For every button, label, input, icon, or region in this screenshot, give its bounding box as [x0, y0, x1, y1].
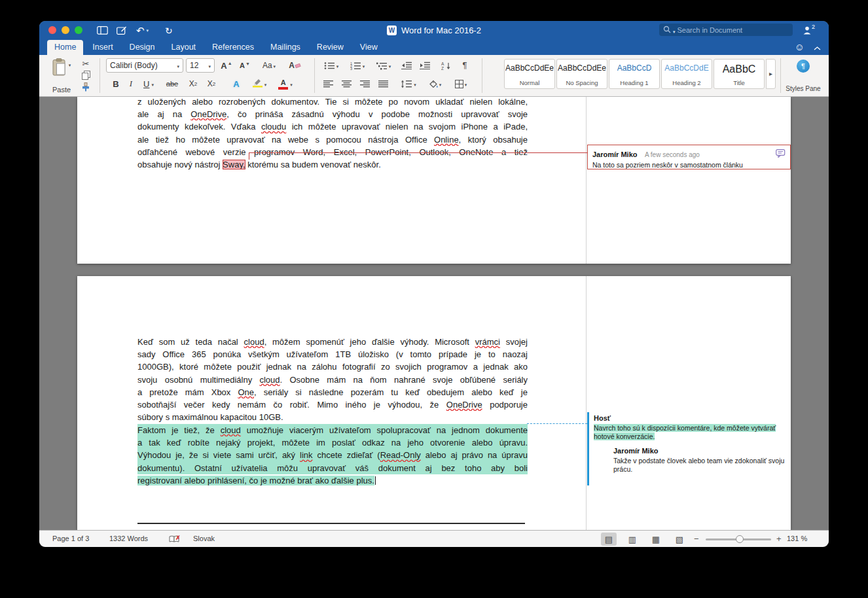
line-spacing-caret-icon[interactable]: [414, 79, 416, 88]
comment-card[interactable]: Jaromír Miko A few seconds ago Na toto s…: [587, 145, 791, 169]
grow-font-button[interactable]: A▲: [217, 58, 236, 73]
tab-design[interactable]: Design: [122, 40, 162, 55]
copy-button[interactable]: [82, 71, 90, 82]
tab-review[interactable]: Review: [310, 40, 351, 55]
comment-author[interactable]: Hosť: [594, 414, 611, 422]
zoom-slider[interactable]: [706, 538, 771, 540]
paste-menu-caret-icon[interactable]: [69, 60, 71, 69]
page2-paragraph-2-highlighted[interactable]: Faktom je tiež, že cloud umožňuje viacer…: [137, 424, 528, 487]
collaborators-indicator[interactable]: 2: [803, 26, 815, 37]
save-icon[interactable]: [117, 26, 127, 35]
zoom-slider-thumb[interactable]: [736, 535, 744, 543]
page2-paragraph-1[interactable]: Keď som už teda načal cloud, môžem spome…: [137, 336, 528, 423]
tab-mailings[interactable]: Mailings: [263, 40, 308, 55]
search-box[interactable]: [659, 24, 793, 36]
underline-button[interactable]: U: [139, 77, 158, 91]
decrease-indent-button[interactable]: [398, 58, 415, 73]
font-size-caret-icon[interactable]: [208, 61, 211, 70]
style-heading-2[interactable]: AaBbCcDdEHeading 2: [661, 59, 712, 89]
text-effects-button[interactable]: A: [228, 77, 245, 91]
line-spacing-button[interactable]: [397, 77, 420, 91]
change-case-button[interactable]: Aa: [258, 58, 280, 73]
align-left-button[interactable]: [319, 77, 336, 91]
font-color-caret-icon[interactable]: [290, 79, 293, 88]
page-2[interactable]: Keď som už teda načal cloud, môžem spome…: [77, 276, 791, 530]
word-window: Word for Mac 2016-2 2 HomeInsertDesignLa…: [39, 21, 829, 547]
comment-body[interactable]: Navrch toho sú k dispozícii komentáre, k…: [594, 424, 790, 441]
strikethrough-button[interactable]: abe: [162, 77, 182, 91]
justify-button[interactable]: [374, 77, 391, 91]
borders-caret-icon[interactable]: [465, 79, 467, 88]
undo-menu-caret-icon[interactable]: [147, 26, 149, 35]
show-paragraph-marks-button[interactable]: [457, 58, 473, 73]
align-center-button[interactable]: [338, 77, 355, 91]
shading-button[interactable]: [423, 77, 446, 91]
feedback-smiley-icon[interactable]: [795, 41, 805, 53]
tab-insert[interactable]: Insert: [85, 40, 120, 55]
language-indicator[interactable]: Slovak: [193, 535, 215, 542]
search-input[interactable]: [678, 26, 789, 34]
format-painter-button[interactable]: [81, 82, 90, 94]
highlight-caret-icon[interactable]: [264, 79, 267, 88]
page-1[interactable]: z uložených alebo rozrobených dokumentov…: [77, 97, 791, 264]
paste-button[interactable]: Paste: [46, 57, 77, 95]
style-normal[interactable]: AaBbCcDdEeNormal: [504, 59, 555, 89]
bullets-caret-icon[interactable]: [336, 61, 339, 70]
styles-gallery-more-button[interactable]: [766, 59, 776, 89]
tab-references[interactable]: References: [205, 40, 261, 55]
outline-view-button[interactable]: [648, 533, 664, 546]
cut-button[interactable]: [82, 60, 90, 69]
multilevel-caret-icon[interactable]: [389, 61, 391, 70]
font-color-button[interactable]: A: [274, 77, 297, 91]
tab-home[interactable]: Home: [47, 40, 83, 55]
style-title[interactable]: AaBbCTitle: [714, 59, 765, 89]
zoom-out-button[interactable]: −: [694, 534, 699, 544]
comment-reply-author[interactable]: Jaromír Miko: [613, 447, 658, 455]
shading-caret-icon[interactable]: [439, 79, 442, 88]
word-count[interactable]: 1332 Words: [109, 535, 148, 542]
page1-paragraph[interactable]: z uložených alebo rozrobených dokumentov…: [137, 97, 528, 171]
zoom-percentage[interactable]: 131 %: [787, 535, 807, 542]
sort-button[interactable]: AZ: [437, 58, 454, 73]
multilevel-list-button[interactable]: [372, 58, 395, 73]
align-right-button[interactable]: [356, 77, 373, 91]
zoom-window-button[interactable]: [75, 26, 82, 34]
tab-view[interactable]: View: [353, 40, 385, 55]
close-window-button[interactable]: [48, 26, 56, 34]
superscript-button[interactable]: X2: [203, 77, 220, 91]
zoom-in-button[interactable]: +: [776, 534, 782, 544]
numbering-caret-icon[interactable]: [363, 61, 365, 70]
clear-formatting-button[interactable]: A: [284, 58, 305, 73]
collapse-ribbon-icon[interactable]: [814, 41, 821, 53]
style-heading-1[interactable]: AaBbCcDHeading 1: [609, 59, 660, 89]
draft-view-button[interactable]: [672, 533, 687, 546]
undo-button[interactable]: [136, 26, 145, 35]
font-name-caret-icon[interactable]: [177, 61, 179, 70]
numbering-button[interactable]: 123: [346, 58, 369, 73]
text-highlight-button[interactable]: [247, 77, 271, 91]
redo-button[interactable]: [165, 26, 173, 35]
increase-indent-button[interactable]: [416, 58, 433, 73]
search-scope-caret-icon[interactable]: [673, 24, 676, 36]
sidebar-toggle-icon[interactable]: [97, 26, 108, 35]
underline-caret-icon[interactable]: [151, 79, 154, 88]
bold-button[interactable]: B: [109, 77, 123, 91]
page-indicator[interactable]: Page 1 of 3: [52, 535, 89, 542]
shrink-font-button[interactable]: A▼: [236, 58, 254, 73]
comment-reply-body[interactable]: Takže v podstate človek alebo team vie z…: [613, 457, 785, 474]
font-name-combobox[interactable]: Calibri (Body): [106, 58, 183, 73]
font-size-combobox[interactable]: 12: [186, 58, 215, 73]
styles-pane-button[interactable]: Styles Pane: [784, 58, 822, 94]
tab-layout[interactable]: Layout: [164, 40, 204, 55]
style-no-spacing[interactable]: AaBbCcDdEeNo Spacing: [556, 59, 607, 89]
reply-comment-icon[interactable]: [776, 149, 786, 160]
subscript-button[interactable]: X2: [185, 77, 202, 91]
document-area[interactable]: z uložených alebo rozrobených dokumentov…: [39, 97, 829, 530]
italic-button[interactable]: I: [124, 77, 137, 91]
web-layout-view-button[interactable]: [624, 533, 640, 546]
borders-button[interactable]: [449, 77, 473, 91]
print-layout-view-button[interactable]: [601, 533, 617, 546]
spellcheck-status-icon[interactable]: [169, 535, 180, 544]
bullets-button[interactable]: [319, 58, 343, 73]
minimize-window-button[interactable]: [62, 26, 69, 34]
